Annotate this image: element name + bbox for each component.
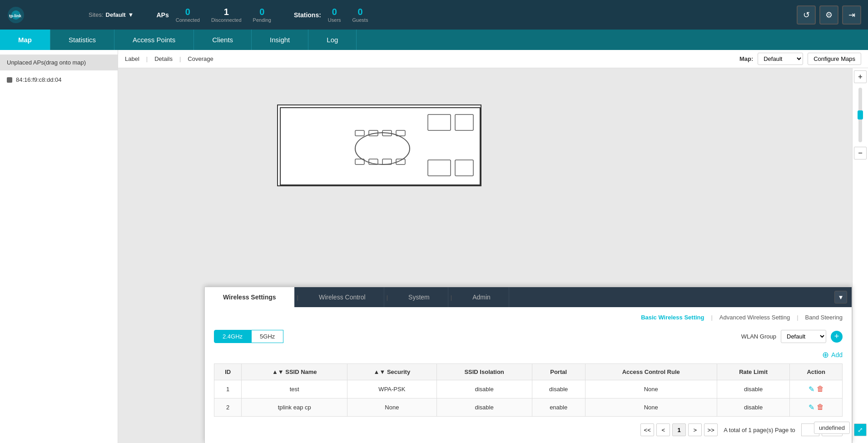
add-icon: ⊕: [822, 350, 829, 360]
col-portal: Portal: [532, 364, 585, 380]
ap-pending-label: Pending: [253, 17, 271, 23]
sites-value: Default: [106, 11, 126, 18]
band-steering-link[interactable]: Band Steering: [805, 314, 843, 321]
users-label: Users: [328, 17, 341, 23]
wlan-group-add-button[interactable]: +: [831, 331, 843, 343]
delete-button[interactable]: 🗑: [817, 403, 824, 412]
tab-map[interactable]: Map: [0, 30, 50, 50]
add-ssid-button[interactable]: ⊕ Add: [822, 350, 843, 360]
panel-tab-wireless-control[interactable]: Wireless Control: [301, 287, 384, 307]
col-ssid[interactable]: ▲▼ SSID Name: [242, 364, 347, 380]
svg-text:tp-link: tp-link: [9, 14, 22, 18]
top-actions: ↺ ⚙ ⇥: [797, 5, 861, 25]
band-24ghz-button[interactable]: 2.4GHz: [214, 330, 251, 343]
cell-acl: None: [585, 380, 717, 398]
cell-portal: disable: [532, 380, 585, 398]
zoom-slider[interactable]: [858, 88, 862, 142]
panel-collapse-button[interactable]: ▼: [834, 291, 847, 304]
band-5ghz-button[interactable]: 5GHz: [251, 330, 283, 343]
unplaced-ap-item[interactable]: 84:16:f9:c8:dd:04: [0, 73, 118, 87]
separator-1: |: [146, 55, 148, 62]
fullscreen-button[interactable]: ⤢: [854, 423, 867, 436]
panel-tab-admin[interactable]: Admin: [454, 287, 509, 307]
tab-clients[interactable]: Clients: [194, 30, 252, 50]
cell-action: ✎ 🗑: [790, 380, 843, 398]
ap-disconnected-label: Disconnected: [211, 17, 242, 23]
basic-wireless-link[interactable]: Basic Wireless Setting: [641, 314, 704, 321]
guests-label: Guests: [352, 17, 368, 23]
details-btn[interactable]: Details: [154, 55, 173, 62]
page-prev-button[interactable]: <: [656, 423, 670, 436]
sites-dropdown-icon[interactable]: ▼: [128, 11, 134, 18]
ap-connected-label: Connected: [176, 17, 200, 23]
left-sidebar: Unplaced APs(drag onto map) 84:16:f9:c8:…: [0, 50, 118, 443]
page-first-button[interactable]: <<: [640, 423, 654, 436]
panel-tab-system[interactable]: System: [390, 287, 448, 307]
col-acl: Access Control Rule: [585, 364, 717, 380]
configure-maps-button[interactable]: Configure Maps: [808, 53, 861, 65]
wlan-group-select[interactable]: Default: [781, 330, 826, 343]
col-id: ID: [214, 364, 242, 380]
main-content: Unplaced APs(drag onto map) 84:16:f9:c8:…: [0, 50, 868, 443]
coverage-btn[interactable]: Coverage: [188, 55, 213, 62]
map-right-controls: Map: Default Configure Maps: [739, 53, 861, 65]
unplaced-aps-header: Unplaced APs(drag onto map): [0, 55, 118, 70]
cell-id: 1: [214, 380, 242, 398]
wlan-group-area: WLAN Group Default +: [741, 330, 843, 343]
sub-sep-1: |: [711, 314, 712, 321]
delete-button[interactable]: 🗑: [817, 385, 824, 393]
ap-disconnected-stat: 1 Disconnected: [211, 7, 242, 23]
cell-ssid: test: [242, 380, 347, 398]
panel-sep-1: |: [295, 287, 301, 307]
tplink-logo-icon: tp-link: [7, 6, 25, 24]
logout-button[interactable]: ⇥: [842, 5, 861, 25]
band-wlan-row: 2.4GHz 5GHz WLAN Group Default +: [214, 330, 843, 343]
cell-rate-limit: disable: [717, 398, 790, 417]
col-rate-limit: Rate Limit: [717, 364, 790, 380]
panel-sep-2: |: [384, 287, 390, 307]
page-current-button[interactable]: 1: [672, 423, 686, 436]
guests-num: 0: [357, 7, 362, 17]
ap-connected-num: 0: [185, 7, 190, 17]
separator-2: |: [179, 55, 181, 62]
page-last-button[interactable]: >>: [704, 423, 718, 436]
ap-mac-label: 84:16:f9:c8:dd:04: [16, 76, 61, 83]
logo-area: tp-link: [7, 6, 79, 24]
panel-tab-wireless-settings[interactable]: Wireless Settings: [205, 287, 295, 307]
ssid-table: ID ▲▼ SSID Name ▲▼ Security SSID Isolati…: [214, 363, 843, 417]
cell-ssid-isolation: disable: [436, 398, 532, 417]
ap-pending-num: 0: [259, 7, 264, 17]
label-btn[interactable]: Label: [125, 55, 139, 62]
map-select[interactable]: Default: [758, 53, 803, 65]
table-header-row: ID ▲▼ SSID Name ▲▼ Security SSID Isolati…: [214, 364, 843, 380]
col-ssid-isolation: SSID Isolation: [436, 364, 532, 380]
floor-plan-svg: [278, 105, 482, 187]
zoom-slider-thumb: [858, 110, 863, 119]
page-next-button[interactable]: >: [688, 423, 702, 436]
map-toolbar: Label | Details | Coverage Map: Default …: [118, 50, 868, 68]
refresh-button[interactable]: ↺: [797, 5, 816, 25]
ap-disconnected-num: 1: [224, 7, 229, 17]
tab-log[interactable]: Log: [308, 30, 357, 50]
zoom-in-button[interactable]: +: [854, 70, 867, 83]
tab-statistics[interactable]: Statistics: [50, 30, 114, 50]
tab-insight[interactable]: Insight: [252, 30, 308, 50]
tab-access-points[interactable]: Access Points: [114, 30, 194, 50]
right-controls: + − ⤢: [852, 68, 868, 443]
settings-button[interactable]: ⚙: [819, 5, 838, 25]
panel-sub-nav: Basic Wireless Setting | Advanced Wirele…: [214, 314, 843, 323]
pagination-row: << < 1 > >> A total of 1 page(s) Page to…: [214, 423, 843, 436]
zoom-out-button[interactable]: −: [854, 147, 867, 159]
advanced-wireless-link[interactable]: Advanced Wireless Setting: [719, 314, 790, 321]
cell-ssid-isolation: disable: [436, 380, 532, 398]
edit-button[interactable]: ✎: [808, 385, 814, 393]
edit-button[interactable]: ✎: [808, 403, 814, 412]
add-label: Add: [831, 351, 843, 358]
panel-tabs: Wireless Settings | Wireless Control | S…: [205, 287, 852, 307]
cell-security: None: [347, 398, 436, 417]
col-security[interactable]: ▲▼ Security: [347, 364, 436, 380]
top-bar: tp-link Sites: Default ▼ APs 0 Connected…: [0, 0, 868, 30]
guests-stat: 0 Guests: [352, 7, 368, 23]
add-row: ⊕ Add: [214, 350, 843, 360]
col-action: Action: [790, 364, 843, 380]
